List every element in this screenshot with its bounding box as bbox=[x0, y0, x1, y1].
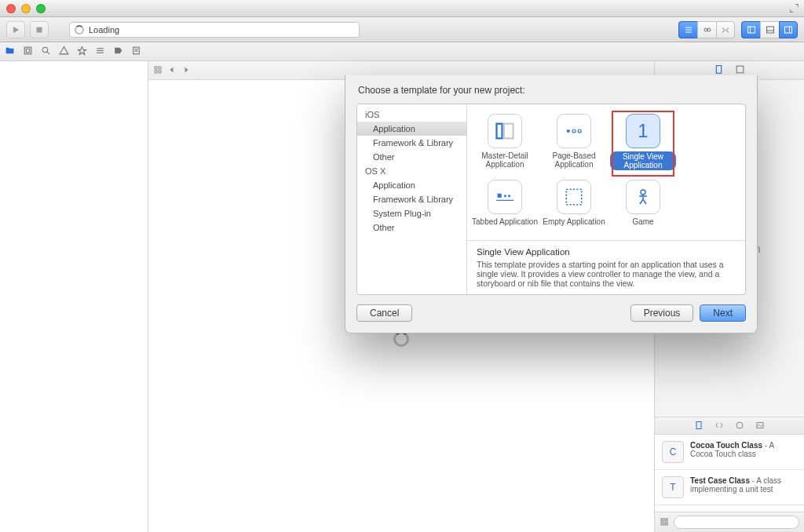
cancel-button[interactable]: Cancel bbox=[356, 304, 412, 322]
library-list[interactable]: C Cocoa Touch Class - A Cocoa Touch clas… bbox=[655, 435, 804, 512]
code-snippet-library-icon[interactable] bbox=[714, 421, 724, 432]
template-tabbed[interactable]: Tabbed Application bbox=[470, 177, 539, 229]
library-item-playground[interactable]: ▶ Playground - A Playground bbox=[655, 505, 804, 512]
svg-rect-33 bbox=[504, 124, 513, 139]
activity-text: Loading bbox=[89, 25, 119, 35]
sidebar-item-ios-application[interactable]: Application bbox=[357, 122, 466, 136]
toggle-navigator-button[interactable] bbox=[741, 21, 760, 38]
spinner-icon bbox=[75, 25, 84, 35]
tabbed-icon bbox=[488, 180, 522, 214]
file-inspector-icon[interactable] bbox=[714, 64, 724, 76]
template-category-sidebar: iOS Application Framework & Library Othe… bbox=[357, 104, 467, 294]
report-nav-icon[interactable] bbox=[131, 46, 141, 57]
toggle-debug-button[interactable] bbox=[760, 21, 779, 38]
master-detail-icon bbox=[488, 114, 522, 148]
zoom-window-button[interactable] bbox=[36, 4, 46, 13]
breakpoint-nav-icon[interactable] bbox=[113, 46, 123, 57]
quick-help-icon[interactable] bbox=[735, 64, 745, 76]
new-project-sheet: Choose a template for your new project: … bbox=[345, 75, 758, 333]
version-editor-button[interactable] bbox=[716, 21, 735, 38]
library-item-test-case-class[interactable]: T Test Case Class - A class implementing… bbox=[655, 470, 804, 505]
empty-app-icon bbox=[557, 180, 591, 214]
find-nav-icon[interactable] bbox=[41, 46, 51, 57]
svg-point-42 bbox=[641, 190, 645, 195]
svg-rect-38 bbox=[504, 195, 506, 197]
sidebar-item-osx-framework[interactable]: Framework & Library bbox=[357, 192, 466, 206]
svg-rect-48 bbox=[736, 66, 744, 73]
svg-line-16 bbox=[47, 52, 49, 54]
svg-point-35 bbox=[572, 129, 576, 133]
library-filter-bar bbox=[655, 512, 804, 532]
stop-button[interactable] bbox=[30, 21, 49, 38]
template-single-view[interactable]: 1 Single View Application bbox=[608, 111, 678, 173]
svg-marker-18 bbox=[78, 47, 86, 55]
file-template-library-icon[interactable] bbox=[694, 421, 704, 432]
svg-rect-29 bbox=[159, 71, 161, 73]
svg-rect-28 bbox=[155, 71, 157, 73]
sheet-prompt: Choose a template for your new project: bbox=[345, 75, 757, 104]
svg-line-45 bbox=[640, 199, 643, 204]
svg-rect-32 bbox=[497, 124, 502, 139]
issue-nav-icon[interactable] bbox=[59, 46, 69, 57]
test-nav-icon[interactable] bbox=[77, 46, 87, 57]
class-file-icon: C bbox=[662, 441, 684, 463]
template-master-detail[interactable]: Master-Detail Application bbox=[470, 111, 539, 173]
assistant-editor-button[interactable] bbox=[697, 21, 716, 38]
close-window-button[interactable] bbox=[6, 4, 16, 13]
svg-rect-49 bbox=[696, 421, 701, 428]
sheet-body: iOS Application Framework & Library Othe… bbox=[356, 104, 746, 295]
previous-button[interactable]: Previous bbox=[630, 304, 694, 322]
template-label: Master-Detail Application bbox=[472, 151, 538, 169]
main-toolbar: Loading bbox=[0, 17, 804, 42]
navigator-tabs bbox=[0, 42, 804, 61]
svg-rect-7 bbox=[747, 27, 755, 33]
sidebar-item-ios-framework[interactable]: Framework & Library bbox=[357, 136, 466, 150]
go-forward-icon[interactable] bbox=[181, 65, 191, 76]
library-tabs bbox=[655, 417, 804, 435]
library-filter-input[interactable] bbox=[674, 516, 799, 529]
svg-marker-17 bbox=[60, 47, 68, 54]
debug-nav-icon[interactable] bbox=[95, 46, 105, 57]
template-page-based[interactable]: Page-Based Application bbox=[539, 111, 608, 173]
svg-marker-30 bbox=[170, 67, 174, 72]
svg-rect-41 bbox=[566, 189, 582, 205]
sidebar-item-osx-application[interactable]: Application bbox=[357, 178, 466, 192]
svg-line-46 bbox=[643, 199, 646, 204]
next-button[interactable]: Next bbox=[700, 304, 746, 322]
object-library-icon[interactable] bbox=[735, 421, 744, 432]
library-item-title: Cocoa Touch Class bbox=[690, 441, 762, 450]
svg-rect-14 bbox=[26, 49, 29, 52]
toggle-utilities-button[interactable] bbox=[779, 21, 798, 38]
svg-rect-53 bbox=[665, 519, 667, 521]
sidebar-item-osx-other[interactable]: Other bbox=[357, 220, 466, 235]
svg-rect-13 bbox=[24, 47, 31, 54]
standard-editor-button[interactable] bbox=[678, 21, 697, 38]
svg-rect-54 bbox=[661, 523, 663, 525]
template-label: Page-Based Application bbox=[541, 151, 607, 169]
svg-rect-55 bbox=[665, 523, 667, 525]
go-back-icon[interactable] bbox=[167, 65, 177, 76]
window-titlebar bbox=[0, 0, 804, 17]
navigator-area bbox=[0, 61, 148, 532]
test-file-icon: T bbox=[662, 476, 684, 498]
media-library-icon[interactable] bbox=[755, 421, 765, 432]
related-items-icon[interactable] bbox=[153, 65, 163, 76]
svg-rect-1 bbox=[37, 27, 42, 32]
sidebar-item-ios-other[interactable]: Other bbox=[357, 150, 466, 164]
minimize-window-button[interactable] bbox=[21, 4, 31, 13]
svg-marker-0 bbox=[13, 27, 19, 33]
template-empty[interactable]: Empty Application bbox=[539, 177, 608, 229]
template-game[interactable]: Game bbox=[608, 177, 678, 229]
project-nav-icon[interactable] bbox=[5, 46, 15, 57]
run-button[interactable] bbox=[6, 21, 25, 38]
svg-rect-37 bbox=[498, 194, 502, 198]
template-description: Single View Application This template pr… bbox=[467, 240, 745, 294]
view-mode-icon[interactable] bbox=[660, 517, 669, 528]
sidebar-head-ios: iOS bbox=[357, 107, 466, 122]
library-item-cocoa-touch-class[interactable]: C Cocoa Touch Class - A Cocoa Touch clas… bbox=[655, 435, 804, 470]
symbol-nav-icon[interactable] bbox=[23, 46, 33, 57]
template-grid: Master-Detail Application Page-Based App… bbox=[467, 104, 745, 240]
sidebar-item-osx-plugin[interactable]: System Plug-in bbox=[357, 206, 466, 220]
fullscreen-icon[interactable] bbox=[789, 3, 799, 13]
workspace: Choose a template for your new project: … bbox=[0, 61, 804, 532]
